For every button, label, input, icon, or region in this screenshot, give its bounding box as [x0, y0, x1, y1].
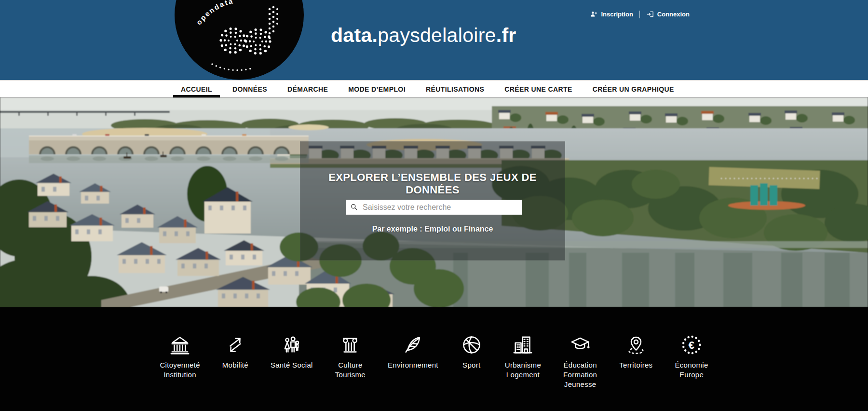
logo-circle-background	[175, 0, 304, 80]
site-title: data.paysdelaloire.fr	[331, 24, 516, 47]
category-label: CitoyennetéInstitution	[160, 360, 200, 380]
map-pin-icon	[625, 334, 647, 356]
nav-item-accueil[interactable]: ACCUEIL	[181, 84, 212, 94]
category-label: Mobilité	[222, 360, 248, 370]
category-label: Environnement	[388, 360, 438, 370]
user-plus-icon	[590, 10, 598, 18]
topbar: Inscription Connexion	[590, 10, 690, 18]
buildings-icon	[512, 334, 534, 356]
category-label: CultureTourisme	[335, 360, 366, 380]
category-economie-europe[interactable]: €ÉconomieEurope	[675, 334, 708, 380]
category-label: ÉconomieEurope	[675, 360, 708, 380]
bank-icon	[169, 334, 191, 356]
main-navigation: ACCUEILDONNÉESDÉMARCHEMODE D’EMPLOIRÉUTI…	[0, 80, 868, 97]
category-label: ÉducationFormationJeunesse	[563, 360, 597, 389]
sign-in-icon	[646, 10, 654, 18]
category-education-formation-jeunesse[interactable]: ÉducationFormationJeunesse	[563, 334, 597, 389]
category-label: UrbanismeLogement	[505, 360, 541, 380]
nav-item-creer-un-graphique[interactable]: CRÉER UN GRAPHIQUE	[593, 84, 674, 94]
signup-link[interactable]: Inscription	[590, 10, 633, 18]
leaf-icon	[402, 334, 424, 356]
category-citoyennete-institution[interactable]: CitoyennetéInstitution	[160, 334, 200, 380]
category-label: Santé Social	[271, 360, 313, 370]
signup-label: Inscription	[601, 11, 633, 18]
hero-search-panel: EXPLORER L’ENSEMBLE DES JEUX DE DONNÉES …	[300, 141, 565, 260]
category-culture-tourisme[interactable]: CultureTourisme	[335, 334, 366, 380]
hero-section: EXPLORER L’ENSEMBLE DES JEUX DE DONNÉES …	[0, 97, 868, 307]
category-sport[interactable]: Sport	[461, 334, 483, 370]
column-icon	[339, 334, 361, 356]
magnifier-icon	[350, 203, 358, 211]
category-environnement[interactable]: Environnement	[388, 334, 438, 370]
category-sante-social[interactable]: Santé Social	[271, 334, 313, 370]
search-box[interactable]	[346, 200, 522, 215]
svg-text:€: €	[689, 339, 694, 351]
nav-item-donnees[interactable]: DONNÉES	[232, 84, 267, 94]
family-icon	[281, 334, 303, 356]
search-input[interactable]	[362, 203, 518, 212]
category-label: Sport	[462, 360, 480, 370]
site-header: opendata data.paysdelaloire.fr Inscripti…	[0, 0, 868, 80]
login-label: Connexion	[657, 11, 690, 18]
category-label: Territoires	[619, 360, 652, 370]
categories-section: CitoyennetéInstitutionMobilitéSanté Soci…	[0, 307, 868, 411]
search-example-hint: Par exemple : Emploi ou Finance	[300, 225, 565, 233]
nav-item-reutilisations[interactable]: RÉUTILISATIONS	[426, 84, 484, 94]
site-logo[interactable]: opendata	[175, 0, 304, 80]
hero-title: EXPLORER L’ENSEMBLE DES JEUX DE DONNÉES	[300, 171, 565, 196]
euro-icon: €	[680, 334, 703, 356]
graduation-cap-icon	[569, 334, 591, 356]
topbar-separator	[639, 11, 640, 18]
nav-item-creer-une-carte[interactable]: CRÉER UNE CARTE	[504, 84, 572, 94]
nav-item-mode-demploi[interactable]: MODE D’EMPLOI	[348, 84, 406, 94]
category-territoires[interactable]: Territoires	[619, 334, 652, 370]
basketball-icon	[461, 334, 483, 356]
login-link[interactable]: Connexion	[646, 10, 690, 18]
category-mobilite[interactable]: Mobilité	[222, 334, 248, 370]
nav-item-demarche[interactable]: DÉMARCHE	[287, 84, 328, 94]
category-urbanisme-logement[interactable]: UrbanismeLogement	[505, 334, 541, 380]
arrows-icon	[224, 334, 246, 356]
